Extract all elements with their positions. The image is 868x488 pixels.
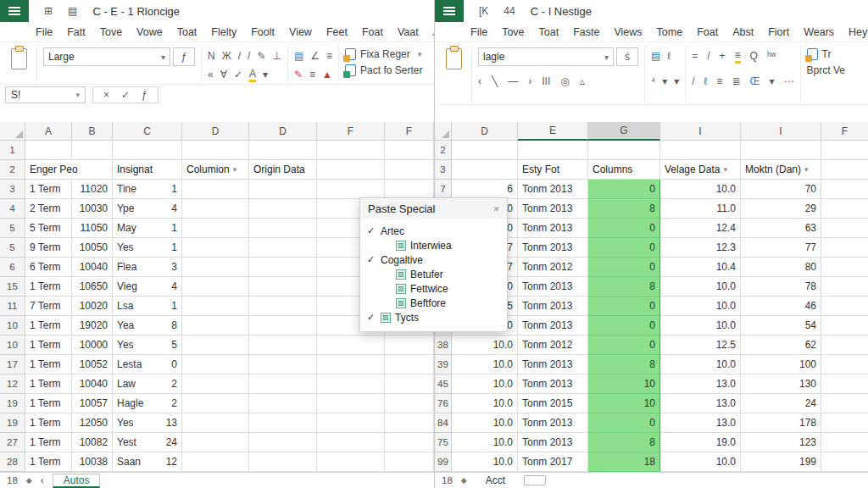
cell-header-velage-data[interactable]: Velage Data▾ <box>660 160 741 180</box>
cell[interactable] <box>249 374 317 394</box>
cell[interactable]: Tonm 2013 <box>518 219 588 238</box>
cell[interactable] <box>821 219 868 238</box>
cell[interactable]: 10038 <box>72 452 113 472</box>
cell[interactable] <box>821 297 868 316</box>
menu-item-foat[interactable]: Foat <box>362 26 383 38</box>
cell[interactable]: 12.3 <box>660 238 741 258</box>
paste-button[interactable] <box>446 48 462 69</box>
row-header[interactable]: 17 <box>0 355 25 374</box>
pen-icon[interactable]: / <box>238 50 241 62</box>
cell[interactable]: 13.0 <box>660 374 741 394</box>
cell[interactable]: Saan12 <box>113 452 182 472</box>
cell[interactable]: 12050 <box>72 413 113 433</box>
cell[interactable]: Yea8 <box>113 316 182 336</box>
sort-button[interactable]: ś <box>616 47 638 66</box>
column-header-E[interactable]: E <box>518 122 588 141</box>
menu-item-views[interactable]: Views <box>614 26 642 38</box>
cell[interactable] <box>317 394 385 413</box>
cell[interactable]: Yes13 <box>113 413 182 433</box>
menu-item-heyt[interactable]: Heyt <box>849 26 868 38</box>
cell[interactable] <box>317 180 385 199</box>
cell[interactable]: 19020 <box>72 316 113 336</box>
cell[interactable]: 1 Term <box>25 316 72 336</box>
cell-highlighted[interactable]: 0 <box>588 219 660 238</box>
cell[interactable]: 10.0 <box>452 433 518 452</box>
cell[interactable]: May1 <box>113 219 182 238</box>
underline-pen-icon[interactable]: ✎ <box>294 69 303 80</box>
cell[interactable] <box>182 180 249 199</box>
cell[interactable]: 11050 <box>72 219 113 238</box>
align-icon[interactable]: ≡ <box>716 75 722 87</box>
grid-icon[interactable]: ⊞ <box>44 5 53 17</box>
draw-icon[interactable]: ✎ <box>257 50 265 62</box>
enter-icon[interactable]: ✓ <box>121 89 130 101</box>
cell[interactable] <box>182 199 249 219</box>
row-header[interactable]: 28 <box>0 452 25 472</box>
chevron-down-icon[interactable]: ▾ <box>662 75 667 87</box>
row-header[interactable]: 76 <box>435 394 452 413</box>
menu-item-faste[interactable]: Faste <box>573 26 599 38</box>
cell[interactable] <box>182 277 249 297</box>
number-icon[interactable]: ⁴ <box>651 75 655 87</box>
cell-header-moktn-dan[interactable]: Moktn (Dan)▾ <box>741 160 821 180</box>
cell[interactable]: Tonm 2012 <box>518 336 588 355</box>
cell[interactable] <box>182 219 249 238</box>
cell[interactable] <box>821 277 868 297</box>
cell[interactable]: Tonm 2013 <box>518 238 588 258</box>
pen2-icon[interactable]: / <box>248 50 250 62</box>
cell[interactable]: Tonm 2015 <box>518 394 588 413</box>
cell[interactable] <box>452 141 518 160</box>
cell[interactable] <box>25 141 72 160</box>
cell[interactable]: 1 Term <box>25 374 72 394</box>
cell[interactable] <box>249 394 317 413</box>
cell-highlighted[interactable]: 8 <box>588 277 660 297</box>
cell[interactable]: Tonm 2012 <box>518 258 588 277</box>
cancel-icon[interactable]: × <box>103 89 109 101</box>
cell[interactable]: 1 Term <box>25 355 72 374</box>
column-header-D[interactable]: D <box>249 122 317 141</box>
cell[interactable] <box>317 355 385 374</box>
row-header[interactable]: 10 <box>0 336 25 355</box>
cell[interactable] <box>72 141 113 160</box>
cell[interactable] <box>249 452 317 472</box>
cell[interactable]: Tonm 2013 <box>518 277 588 297</box>
cell[interactable]: 10.0 <box>660 452 741 472</box>
cell[interactable] <box>249 297 317 316</box>
cell[interactable] <box>317 336 385 355</box>
cell-highlighted[interactable]: 10 <box>588 394 660 413</box>
menu-item-file[interactable]: File <box>36 26 53 38</box>
column-header-C[interactable]: C <box>113 122 182 141</box>
cell[interactable] <box>821 433 868 452</box>
row-header[interactable]: 15 <box>0 277 25 297</box>
cell[interactable]: 1 Term <box>25 277 72 297</box>
cell[interactable] <box>249 336 317 355</box>
cell[interactable] <box>385 336 434 355</box>
cell[interactable]: Tonm 2013 <box>518 316 588 336</box>
cell[interactable] <box>249 277 317 297</box>
name-box[interactable]: S! ▾ <box>5 86 86 103</box>
new-file-icon[interactable]: ▤ <box>294 50 303 62</box>
row-header[interactable]: 12 <box>0 374 25 394</box>
row-header[interactable]: 84 <box>435 413 452 433</box>
cell[interactable]: 24 <box>741 394 821 413</box>
menu-item-vaat[interactable]: Vaat <box>398 26 419 38</box>
cell[interactable]: 100 <box>741 355 821 374</box>
cell[interactable]: 10.0 <box>452 355 518 374</box>
cell[interactable]: Vieg4 <box>113 277 182 297</box>
cell[interactable]: 13.0 <box>660 413 741 433</box>
cell[interactable] <box>821 394 868 413</box>
select-all-corner[interactable] <box>0 122 25 141</box>
cell[interactable] <box>317 160 385 180</box>
cell-highlighted[interactable]: 8 <box>588 355 660 374</box>
cell[interactable]: 13.0 <box>660 394 741 413</box>
menu-item-foolt[interactable]: Foolt <box>251 26 275 38</box>
cell-header-columns[interactable]: Columns <box>588 160 660 180</box>
cell[interactable]: Yest24 <box>113 433 182 452</box>
sheet-tab-autos[interactable]: Autos <box>53 474 101 488</box>
column-header-A[interactable]: A <box>25 122 72 141</box>
filter-icon[interactable]: ≡ <box>309 69 315 80</box>
cell-highlighted[interactable]: 8 <box>588 433 660 452</box>
cell[interactable]: 12.4 <box>660 219 741 238</box>
cell[interactable] <box>317 374 385 394</box>
cell[interactable] <box>249 413 317 433</box>
